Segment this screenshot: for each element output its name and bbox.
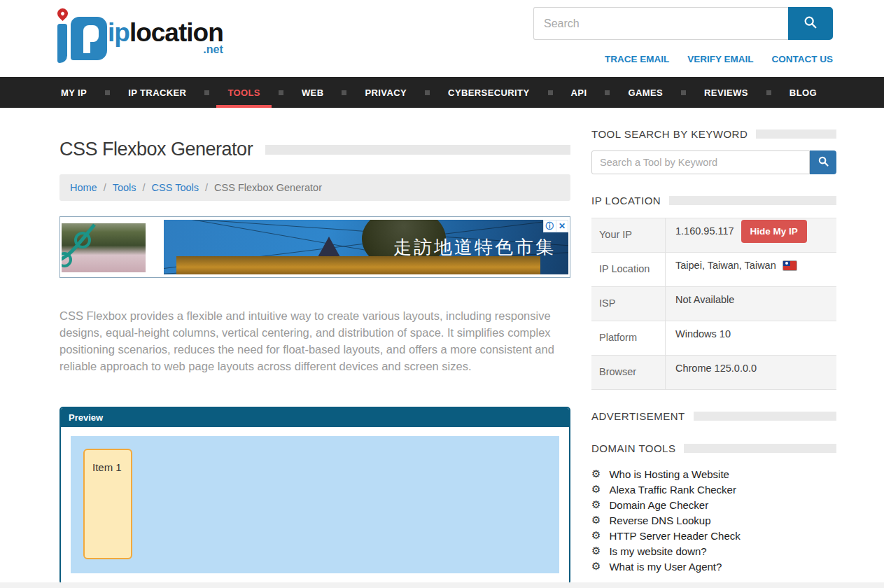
ad-left-image[interactable] [62,223,146,272]
ad-caption: 走訪地道特色市集 [393,235,556,260]
logo-ip: ip [108,18,129,47]
nav-separator [279,90,283,95]
ad-main-image[interactable]: 走訪地道特色市集 ⓘ ✕ [164,220,568,274]
gear-icon: ⚙ [591,469,601,479]
nav-separator [425,90,430,95]
ip-row-label: Platform [591,321,666,355]
domain-tool-user-agent[interactable]: ⚙ What is my User Agent? [591,559,836,574]
table-row: IP Location Taipei, Taiwan, Taiwan [591,253,836,287]
breadcrumb-tools[interactable]: Tools [113,182,136,193]
breadcrumb: Home / Tools / CSS Tools / CSS Flexbox G… [59,174,570,201]
nav-item-reviews[interactable]: REVIEWS [703,77,750,108]
site-header: iplocation .net TRACE EMAIL VERIFY EMAIL… [0,0,884,77]
gear-icon: ⚙ [591,515,601,526]
breadcrumb-separator: / [104,182,106,193]
advertisement-heading: ADVERTISEMENT [591,410,685,422]
verify-email-link[interactable]: VERIFY EMAIL [687,54,753,64]
heading-decorative-bar [756,130,836,139]
domain-tool-domain-age[interactable]: ⚙ Domain Age Checker [591,497,836,512]
tool-search-input[interactable] [591,150,810,174]
your-ip-value: 1.160.95.117 [675,225,734,237]
hide-my-ip-button[interactable]: Hide My IP [741,220,807,243]
search-icon [818,155,829,169]
logo-i-shape [57,24,67,63]
ad-banner: 走訪地道特色市集 ⓘ ✕ [59,216,570,278]
search-icon [803,15,818,32]
nav-item-blog[interactable]: BLOG [788,77,818,108]
domain-tools-heading: DOMAIN TOOLS [591,442,675,454]
table-row: Platform Windows 10 [591,321,836,356]
domain-tool-reverse-dns[interactable]: ⚙ Reverse DNS Lookup [591,512,836,528]
ip-location-heading: IP LOCATION [591,195,661,206]
breadcrumb-home[interactable]: Home [70,182,97,193]
domain-tool-alexa-rank[interactable]: ⚙ Alexa Traffic Rank Checker [591,482,836,497]
title-decorative-bar [265,145,570,155]
table-row: Your IP 1.160.95.117 Hide My IP [591,218,836,253]
gear-icon: ⚙ [591,546,601,556]
nav-item-privacy[interactable]: PRIVACY [363,77,408,108]
nav-separator [548,90,553,95]
flexbox-preview-container: Item 1 [71,436,559,573]
heading-decorative-bar [694,412,836,421]
ad-info-icon[interactable]: ⓘ [544,220,556,232]
tool-description: CSS Flexbox provides a flexible and intu… [59,307,570,374]
domain-tool-http-header[interactable]: ⚙ HTTP Server Header Check [591,528,836,543]
page-bottom-strip [0,582,884,588]
domain-tools-list: ⚙ Who is Hosting a Website ⚙ Alexa Traff… [591,466,836,574]
logo-p-shape [71,17,107,60]
breadcrumb-separator: / [143,182,146,193]
nav-separator [681,90,686,95]
platform-value: Windows 10 [675,328,731,340]
ip-info-table: Your IP 1.160.95.117 Hide My IP IP Locat… [591,218,836,390]
gear-icon: ⚙ [591,561,601,572]
gear-icon: ⚙ [591,531,601,541]
trace-email-link[interactable]: TRACE EMAIL [605,54,669,64]
breadcrumb-css-tools[interactable]: CSS Tools [152,182,199,193]
logo-location: location [129,18,223,47]
ad-route-graphic [62,223,146,272]
ad-close-icon[interactable]: ✕ [556,220,568,232]
taiwan-flag-icon [783,261,797,270]
nav-separator [342,90,346,95]
logo-mark-icon [53,7,108,66]
nav-separator [105,90,110,95]
breadcrumb-separator: / [205,182,208,193]
tool-search-button[interactable] [810,150,836,174]
flexbox-preview-item: Item 1 [83,449,132,559]
domain-tool-who-is-hosting[interactable]: ⚙ Who is Hosting a Website [591,466,836,482]
ip-row-label: ISP [591,287,666,321]
nav-separator [204,90,209,95]
site-search-button[interactable] [788,7,833,40]
gear-icon: ⚙ [591,484,601,495]
nav-separator [766,90,771,95]
nav-item-games[interactable]: GAMES [626,77,664,108]
browser-value: Chrome 125.0.0.0 [675,363,757,374]
ip-row-label: IP Location [591,253,666,286]
site-search-input[interactable] [533,7,788,40]
nav-item-api[interactable]: API [570,77,589,108]
contact-us-link[interactable]: CONTACT US [772,54,834,64]
nav-item-cybersecurity[interactable]: CYBERSECURITY [447,77,531,108]
preview-panel: Preview Item 1 [59,407,570,584]
gear-icon: ⚙ [591,500,601,510]
ip-row-label: Your IP [591,218,666,252]
nav-separator [605,90,610,95]
isp-value: Not Available [675,294,734,305]
nav-item-web[interactable]: WEB [300,77,325,108]
nav-item-tools[interactable]: TOOLS [226,77,262,108]
table-row: ISP Not Available [591,287,836,321]
ip-row-label: Browser [591,356,666,389]
map-pin-icon [55,6,70,21]
ip-location-value: Taipei, Taiwan, Taiwan [675,260,776,271]
heading-decorative-bar [684,444,836,453]
preview-panel-title: Preview [61,408,569,427]
header-links: TRACE EMAIL VERIFY EMAIL CONTACT US [533,54,833,64]
tool-search-heading: TOOL SEARCH BY KEYWORD [591,128,748,140]
page-title: CSS Flexbox Generator [59,139,253,160]
domain-tool-website-down[interactable]: ⚙ Is my website down? [591,543,836,559]
table-row: Browser Chrome 125.0.0.0 [591,356,836,390]
nav-item-my-ip[interactable]: MY IP [59,77,88,108]
nav-item-ip-tracker[interactable]: IP TRACKER [127,77,188,108]
logo-text: iplocation .net [108,20,223,55]
site-logo[interactable]: iplocation .net [53,7,223,66]
